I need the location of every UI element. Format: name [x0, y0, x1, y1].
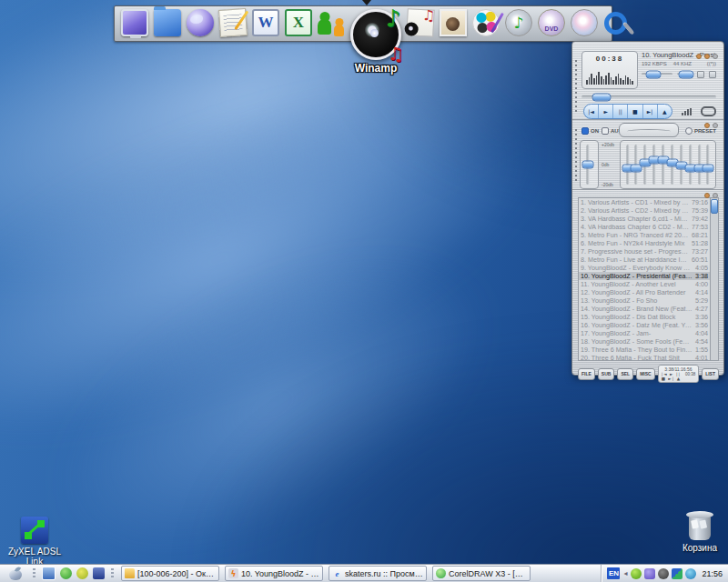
playlist-row[interactable]: 11. YoungBloodZ - Another Level4:00 — [579, 280, 710, 288]
dock-item-paint[interactable] — [472, 9, 500, 36]
dock-item-cd[interactable] — [571, 9, 598, 36]
tray-volume-icon[interactable] — [658, 568, 669, 579]
volume-thumb[interactable] — [645, 70, 661, 78]
dock-item-dvd[interactable] — [538, 9, 565, 36]
window-control-dots[interactable] — [696, 54, 718, 59]
eq-on-toggle[interactable]: ON — [581, 127, 599, 135]
taskbar-task-folder[interactable]: [100-006-200] - Окно ... — [121, 566, 219, 581]
stop-button[interactable]: ■ — [627, 105, 642, 118]
eq-band-slider-4[interactable] — [651, 145, 659, 185]
repeat-icon[interactable] — [701, 106, 716, 116]
playlist-file-button[interactable]: FILE — [578, 368, 595, 380]
language-indicator[interactable]: EN — [607, 567, 620, 579]
playlist-misc-button[interactable]: MISC — [636, 368, 655, 380]
playlist-row[interactable]: 4. VA Hardbass Chapter 6 CD2 - Mixed b..… — [579, 223, 710, 231]
tray-chevron-icon[interactable]: ◂ — [623, 569, 627, 577]
dock-item-music-editor[interactable] — [407, 9, 434, 36]
playlist-list-button[interactable]: LIST — [702, 368, 719, 380]
playlist-row[interactable]: 8. Metro Fun - Live at Harddance Invasio… — [579, 256, 710, 264]
eq-on-checkbox[interactable] — [581, 127, 589, 135]
eq-band-slider-3[interactable] — [642, 145, 650, 185]
playlist-row[interactable]: 7. Progressive house set - Progressive h… — [579, 247, 710, 256]
dock-item-itunes[interactable] — [505, 9, 532, 36]
eq-auto-checkbox[interactable] — [602, 127, 609, 135]
eq-band-sliders[interactable] — [620, 140, 716, 189]
shuffle-icon[interactable] — [682, 108, 692, 115]
window-control-dots[interactable] — [704, 123, 718, 128]
playlist-row[interactable]: 19. Three 6 Mafia - They Bout to Find Yo… — [579, 346, 710, 354]
playlist-row[interactable]: 6. Metro Fun - NY2k4 Hardstyle Mix51:28 — [579, 239, 710, 247]
window-control-dots[interactable] — [704, 193, 718, 198]
playlist-scrollbar-thumb[interactable] — [711, 199, 718, 214]
dock-item-winamp[interactable]: Winamp♪♫ — [350, 9, 401, 60]
tray-icq-icon[interactable] — [631, 568, 642, 579]
playlist-row[interactable]: 10. YoungBloodZ - Presidential (Feat. Li… — [579, 272, 710, 280]
dock-item-excel[interactable] — [285, 9, 312, 36]
playlist-row[interactable]: 17. YoungBloodZ - Jam-4:04 — [579, 329, 710, 337]
playlist-row[interactable]: 1. Various Artists - CD1 - Mixed by Mika… — [579, 198, 710, 206]
toolbar-handle[interactable] — [111, 568, 114, 579]
dock-item-my-computer[interactable] — [121, 9, 148, 36]
tray-display-icon[interactable] — [672, 568, 682, 579]
eq-band-thumb[interactable] — [703, 164, 714, 172]
playlist-toggle-button[interactable] — [709, 71, 716, 78]
playlist-mini-transport[interactable]: |◄ ► || ■ ►| ▲ — [662, 372, 685, 381]
playlist-track-list[interactable]: 1. Various Artists - CD1 - Mixed by Mika… — [578, 197, 710, 361]
start-button[interactable] — [0, 565, 31, 582]
playlist-row[interactable]: 20. Three 6 Mafia - Fuck That Shit4:01 — [579, 354, 710, 361]
playlist-row[interactable]: 13. YoungBloodZ - Fo Sho5:29 — [579, 296, 710, 305]
playlist-row[interactable]: 18. YoungBloodZ - Some Fools (Feat. T.i.… — [579, 337, 710, 346]
dock-item-browser[interactable] — [187, 9, 214, 36]
dock-item-word[interactable] — [252, 9, 279, 36]
winamp-window[interactable]: 00:38 10. YoungBloodZ - Presidential 192… — [571, 41, 724, 376]
play-button[interactable]: ► — [598, 105, 612, 118]
dock-item-photo-viewer[interactable] — [440, 9, 467, 36]
eq-preset-radio[interactable] — [685, 127, 693, 135]
tray-msn-icon[interactable] — [644, 568, 655, 579]
playlist-row[interactable]: 9. YoungBloodZ - Everybody Know Me4:05 — [579, 264, 710, 272]
taskbar-task-winamp[interactable]: ϟ10. YoungBloodZ - Pre... — [225, 566, 323, 581]
dock-item-messenger[interactable] — [318, 9, 345, 36]
previous-button[interactable]: |◄ — [584, 105, 598, 118]
quicklaunch-show-desktop-icon[interactable] — [42, 567, 56, 580]
playlist-sub-button[interactable]: SUB — [598, 368, 615, 380]
preamp-slider[interactable] — [583, 145, 592, 185]
playlist-scrollbar[interactable] — [710, 197, 719, 361]
desktop-icon-zyxel-adsl-link[interactable]: ZyXEL ADSL Link — [2, 517, 67, 567]
desktop-icon-recycle-bin[interactable]: Корзина — [667, 515, 728, 553]
balance-slider[interactable] — [677, 70, 693, 78]
winamp-task-icon: ϟ — [228, 568, 238, 578]
quicklaunch-browser-icon[interactable] — [60, 567, 72, 579]
preamp-thumb[interactable] — [581, 161, 593, 169]
balance-thumb[interactable] — [678, 70, 693, 78]
dock-item-folder[interactable] — [154, 9, 181, 36]
next-button[interactable]: ►| — [642, 105, 657, 118]
seek-thumb[interactable] — [592, 93, 612, 101]
tray-qip-icon[interactable] — [685, 568, 696, 579]
eq-band-slider-10[interactable] — [704, 145, 713, 185]
playlist-row[interactable]: 14. YoungBloodZ - Brand New (Feat. Man..… — [579, 305, 710, 313]
playlist-row[interactable]: 16. YoungBloodZ - Datz Me (Feat. Young .… — [579, 321, 710, 329]
quicklaunch-icq-icon[interactable] — [76, 567, 88, 579]
application-dock[interactable]: Winamp♪♫ — [114, 5, 612, 42]
eject-button[interactable]: ▲ — [657, 105, 672, 118]
taskbar-task-corel[interactable]: CorelDRAW X3 - [Grap... — [432, 566, 531, 581]
transport-controls[interactable]: |◄►||■►|▲ — [583, 104, 672, 119]
playlist-row[interactable]: 5. Metro Fun - NRG Tranced #2 2006 Mix68… — [579, 231, 710, 239]
pause-button[interactable]: || — [612, 105, 627, 118]
playlist-row[interactable]: 12. YoungBloodZ - All Pro Bartender4:14 — [579, 288, 710, 296]
music-note-icon: ♪ — [385, 5, 400, 32]
preamp-slider-box[interactable] — [580, 140, 599, 189]
dock-item-utility[interactable] — [603, 9, 631, 36]
playlist-sel-button[interactable]: SEL — [617, 368, 633, 380]
playlist-row[interactable]: 15. YoungBloodZ - Dis Dat Block3:36 — [579, 313, 710, 321]
quicklaunch-mail-icon[interactable] — [93, 567, 105, 579]
eq-toggle-button[interactable] — [697, 71, 704, 78]
playlist-row[interactable]: 2. Various Artists - CD2 - Mixed by Mika… — [579, 206, 710, 215]
playlist-row[interactable]: 3. VA Hardbass Chapter 6,cd1 - Mixed b..… — [579, 215, 710, 223]
toolbar-handle[interactable] — [33, 568, 35, 579]
seek-bar[interactable] — [581, 93, 716, 101]
taskbar-task-ie[interactable]: eskaters.ru :: Просмот... — [329, 566, 427, 581]
dock-item-notepad[interactable] — [219, 9, 247, 36]
volume-slider[interactable] — [642, 70, 672, 78]
